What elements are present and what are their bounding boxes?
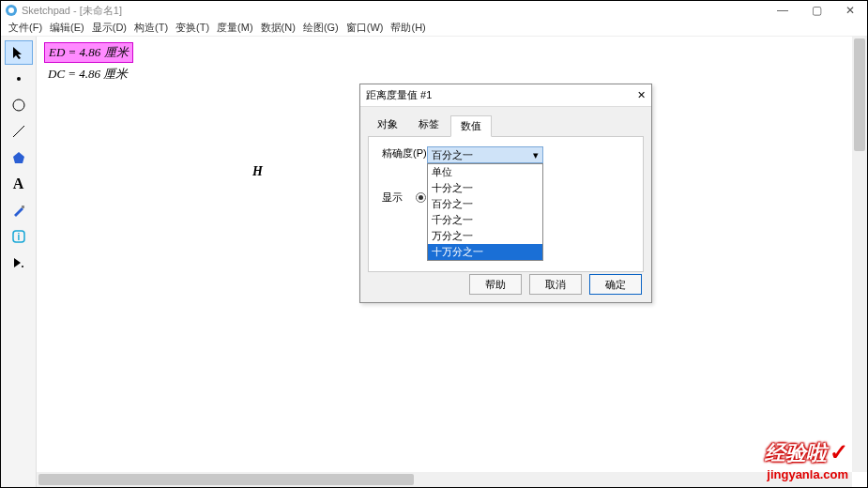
precision-dropdown: 单位 十分之一 百分之一 千分之一 万分之一 十万分之一 <box>427 163 543 261</box>
svg-point-9 <box>22 266 23 267</box>
tab-object[interactable]: 对象 <box>368 114 407 136</box>
precision-option-0[interactable]: 单位 <box>428 164 542 180</box>
tab-label[interactable]: 标签 <box>409 114 449 136</box>
svg-point-2 <box>17 77 21 81</box>
svg-text:i: i <box>17 232 20 242</box>
watermark-url: jingyanla.com <box>765 467 848 481</box>
svg-line-4 <box>13 126 24 137</box>
tab-value[interactable]: 数值 <box>450 115 492 137</box>
menu-help[interactable]: 帮助(H) <box>390 21 425 35</box>
polygon-tool[interactable] <box>5 145 33 170</box>
point-tool[interactable] <box>5 67 33 91</box>
menu-window[interactable]: 窗口(W) <box>346 21 384 35</box>
dialog-title: 距离度量值 #1 <box>366 88 432 102</box>
dialog-titlebar[interactable]: 距离度量值 #1 ✕ <box>360 84 651 107</box>
svg-point-1 <box>8 8 14 13</box>
chevron-down-icon: ▾ <box>533 149 539 161</box>
cancel-button[interactable]: 取消 <box>529 274 582 295</box>
custom-tool[interactable] <box>5 251 33 275</box>
dialog-body: 精确度(P) 百分之一 ▾ 单位 十分之一 百分之一 千分之一 万分之一 十万分… <box>368 137 644 272</box>
menu-construct[interactable]: 构造(T) <box>134 21 168 35</box>
dialog-close-icon[interactable]: ✕ <box>637 89 646 101</box>
label-H: H <box>251 164 264 177</box>
maximize-button[interactable]: ▢ <box>799 1 833 20</box>
vertical-scrollbar-thumb[interactable] <box>854 38 865 151</box>
circle-tool[interactable] <box>5 93 33 117</box>
precision-combo[interactable]: 百分之一 ▾ 单位 十分之一 百分之一 千分之一 万分之一 十万分之一 <box>427 146 543 163</box>
help-button[interactable]: 帮助 <box>469 274 522 295</box>
precision-selected: 百分之一 <box>432 148 473 162</box>
minimize-button[interactable]: — <box>766 1 799 20</box>
info-tool[interactable]: i <box>5 224 33 249</box>
menubar: 文件(F) 编辑(E) 显示(D) 构造(T) 变换(T) 度量(M) 数据(N… <box>1 20 867 37</box>
svg-marker-5 <box>13 152 24 163</box>
precision-option-5[interactable]: 十万分之一 <box>428 244 542 260</box>
marker-tool[interactable] <box>5 198 33 222</box>
watermark-text: 经验啦 <box>765 441 827 465</box>
menu-edit[interactable]: 编辑(E) <box>50 21 84 35</box>
text-tool[interactable]: A <box>5 172 33 196</box>
menu-file[interactable]: 文件(F) <box>8 21 42 35</box>
arrow-tool[interactable] <box>5 40 33 65</box>
app-icon <box>5 4 18 17</box>
close-button[interactable]: ✕ <box>833 1 867 20</box>
watermark: 经验啦 ✓ jingyanla.com <box>765 439 848 481</box>
svg-point-3 <box>13 99 24 111</box>
svg-rect-6 <box>22 206 24 208</box>
horizontal-scrollbar-thumb[interactable] <box>38 474 414 485</box>
dialog-buttons: 帮助 取消 确定 <box>469 274 642 295</box>
menu-measure[interactable]: 度量(M) <box>217 21 253 35</box>
dialog-tabs: 对象 标签 数值 <box>368 114 644 137</box>
precision-option-2[interactable]: 百分之一 <box>428 196 542 212</box>
checkmark-icon: ✓ <box>830 439 848 465</box>
menu-display[interactable]: 显示(D) <box>92 21 127 35</box>
tool-palette: A i <box>1 37 37 487</box>
ok-button[interactable]: 确定 <box>589 274 642 295</box>
line-tool[interactable] <box>5 119 33 144</box>
window-controls: — ▢ ✕ <box>766 1 867 20</box>
precision-option-1[interactable]: 十分之一 <box>428 180 542 196</box>
precision-option-3[interactable]: 千分之一 <box>428 212 542 228</box>
menu-transform[interactable]: 变换(T) <box>175 21 209 35</box>
show-label: 显示 <box>382 191 403 205</box>
menu-data[interactable]: 数据(N) <box>261 21 296 35</box>
titlebar: Sketchpad - [未命名1] — ▢ ✕ <box>1 1 867 20</box>
menu-graph[interactable]: 绘图(G) <box>303 21 339 35</box>
geometry-drawing: H D C A B E I <box>37 37 318 177</box>
precision-option-4[interactable]: 万分之一 <box>428 228 542 244</box>
vertical-scrollbar[interactable] <box>852 37 867 472</box>
measurement-properties-dialog: 距离度量值 #1 ✕ 对象 标签 数值 精确度(P) 百分之一 ▾ 单位 十分之… <box>359 84 652 303</box>
window-title: Sketchpad - [未命名1] <box>22 4 122 18</box>
horizontal-scrollbar[interactable] <box>37 472 852 487</box>
